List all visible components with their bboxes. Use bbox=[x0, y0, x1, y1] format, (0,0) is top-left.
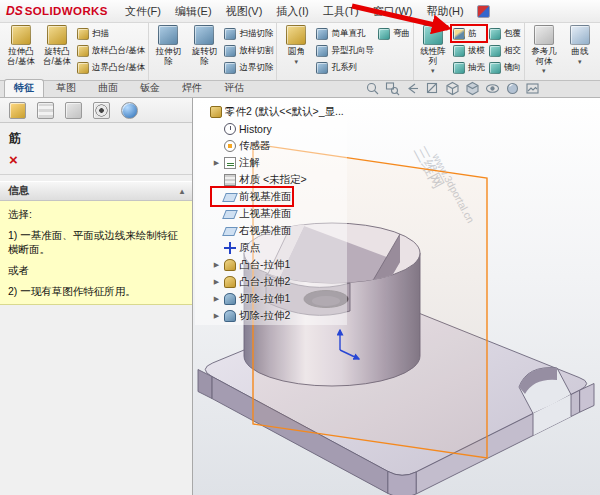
view-orientation-icon[interactable] bbox=[445, 81, 460, 96]
tree-item-1[interactable]: 传感器 bbox=[212, 137, 271, 154]
boundary-cut-label: 边界切除 bbox=[239, 63, 273, 73]
tree-item-label-1: 传感器 bbox=[239, 139, 271, 153]
revolved-cut-button[interactable]: 旋转切 除 bbox=[186, 22, 222, 80]
menu-item-6[interactable]: 帮助(H) bbox=[419, 0, 470, 22]
tree-item-11[interactable]: ▶切除-拉伸2 bbox=[212, 307, 290, 324]
menu-item-0[interactable]: 文件(F) bbox=[118, 0, 168, 22]
boundary-cut-button[interactable]: 边界切除 bbox=[222, 60, 275, 75]
boundary-cut-icon bbox=[224, 62, 236, 74]
tree-item-label-9: 凸台-拉伸2 bbox=[239, 275, 290, 289]
tree-item-label-10: 切除-拉伸1 bbox=[239, 292, 290, 306]
tree-item-3[interactable]: 材质 <未指定> bbox=[212, 171, 307, 188]
configurationmanager-tab-icon[interactable] bbox=[37, 102, 54, 119]
intersect-label: 相交 bbox=[504, 46, 521, 56]
hide-show-items-icon[interactable] bbox=[485, 81, 500, 96]
command-tabs: 特征草图曲面钣金焊件评估 bbox=[0, 79, 254, 97]
propertymanager-tab-icon[interactable] bbox=[9, 102, 26, 119]
hole-series-button[interactable]: 孔系列 bbox=[314, 60, 376, 75]
plane-icon bbox=[222, 193, 238, 202]
ribbon-group-1: 拉伸切 除旋转切 除扫描切除放样切割边界切除 bbox=[148, 22, 276, 80]
apply-scene-icon[interactable] bbox=[525, 81, 540, 96]
tree-item-8[interactable]: ▶凸台-拉伸1 bbox=[212, 256, 290, 273]
section-view-icon[interactable] bbox=[425, 81, 440, 96]
graphics-area[interactable]: 三维网 www.3dportal.cn bbox=[192, 98, 600, 495]
menu-item-4[interactable]: 工具(T) bbox=[316, 0, 366, 22]
tree-item-6[interactable]: 右视基准面 bbox=[212, 222, 292, 239]
tab-0[interactable]: 特征 bbox=[4, 79, 44, 97]
hole-wizard-button[interactable]: 异型孔向导 bbox=[314, 43, 376, 58]
dropdown-caret-icon: ▾ bbox=[578, 59, 582, 65]
swept-boss-base-button[interactable]: 扫描 bbox=[75, 26, 147, 41]
message-line-3: 2) 一现有草图作特征所用。 bbox=[8, 284, 184, 298]
cancel-button[interactable]: × bbox=[9, 151, 18, 168]
rib-button[interactable]: 筋 bbox=[451, 26, 487, 41]
display-style-icon[interactable] bbox=[465, 81, 480, 96]
boundary-boss-base-label: 边界凸台/基体 bbox=[92, 63, 145, 73]
intersect-button[interactable]: 相交 bbox=[487, 43, 523, 58]
appearances-tab-icon[interactable] bbox=[121, 102, 138, 119]
mirror-label: 镜向 bbox=[504, 63, 521, 73]
fillet-button[interactable]: 圆角▾ bbox=[278, 22, 314, 80]
menu-item-2[interactable]: 视图(V) bbox=[219, 0, 270, 22]
shell-button[interactable]: 抽壳 bbox=[451, 60, 487, 75]
tree-item-5[interactable]: 上视基准面 bbox=[212, 205, 292, 222]
draft-button[interactable]: 拔模 bbox=[451, 43, 487, 58]
lofted-cut-label: 放样切割 bbox=[239, 46, 273, 56]
tree-item-label-5: 上视基准面 bbox=[239, 207, 292, 221]
extruded-boss-base-button[interactable]: 拉伸凸 台/基体 bbox=[3, 22, 39, 80]
wrap-icon bbox=[489, 28, 501, 40]
swept-cut-button[interactable]: 扫描切除 bbox=[222, 26, 275, 41]
boundary-boss-base-button[interactable]: 边界凸台/基体 bbox=[75, 60, 147, 75]
message-section-label: 信息 bbox=[8, 184, 29, 198]
ribbon-stack: 筋拔模抽壳 bbox=[451, 22, 487, 80]
lofted-cut-icon bbox=[224, 45, 236, 57]
tab-1[interactable]: 草图 bbox=[46, 79, 86, 97]
zoom-fit-icon[interactable] bbox=[365, 81, 380, 96]
tree-item-9[interactable]: ▶凸台-拉伸2 bbox=[212, 273, 290, 290]
collapse-caret-icon: ▴ bbox=[180, 187, 184, 196]
tab-4[interactable]: 焊件 bbox=[172, 79, 212, 97]
mirror-button[interactable]: 镜向 bbox=[487, 60, 523, 75]
linear-pattern-button[interactable]: 线性阵 列▾ bbox=[415, 22, 451, 80]
flex-icon bbox=[378, 28, 390, 40]
lofted-boss-base-icon bbox=[77, 45, 89, 57]
menu-item-3[interactable]: 插入(I) bbox=[269, 0, 315, 22]
zoom-area-icon[interactable] bbox=[385, 81, 400, 96]
previous-view-icon[interactable] bbox=[405, 81, 420, 96]
simple-hole-button[interactable]: 简单直孔 bbox=[314, 26, 376, 41]
fillet-icon bbox=[286, 25, 306, 45]
tree-item-0[interactable]: History bbox=[212, 120, 272, 137]
tree-item-label-8: 凸台-拉伸1 bbox=[239, 258, 290, 272]
flex-button[interactable]: 弯曲 bbox=[376, 26, 412, 41]
tree-item-7[interactable]: 原点 bbox=[212, 239, 260, 256]
menu-item-5[interactable]: 窗口(W) bbox=[366, 0, 420, 22]
displaymanager-tab-icon[interactable] bbox=[93, 102, 110, 119]
extruded-boss-base-icon bbox=[11, 25, 31, 45]
tab-3[interactable]: 钣金 bbox=[130, 79, 170, 97]
tab-2[interactable]: 曲面 bbox=[88, 79, 128, 97]
tree-item-10[interactable]: ▶切除-拉伸1 bbox=[212, 290, 290, 307]
tab-5[interactable]: 评估 bbox=[214, 79, 254, 97]
heads-up-toolbar bbox=[365, 81, 600, 97]
extruded-cut-button[interactable]: 拉伸切 除 bbox=[150, 22, 186, 80]
swept-boss-base-label: 扫描 bbox=[92, 29, 109, 39]
tree-root-label: 零件2 (默认<<默认>_显... bbox=[225, 105, 344, 119]
revolved-boss-base-button[interactable]: 旋转凸 台/基体 bbox=[39, 22, 75, 80]
tree-root-item[interactable]: 零件2 (默认<<默认>_显... bbox=[198, 103, 344, 120]
ribbon-stack: 扫描放样凸台/基体边界凸台/基体 bbox=[75, 22, 147, 80]
tree-item-4[interactable]: 前视基准面 bbox=[212, 188, 292, 205]
dimxpertmanager-tab-icon[interactable] bbox=[65, 102, 82, 119]
tree-item-label-2: 注解 bbox=[239, 156, 260, 170]
curves-button[interactable]: 曲线▾ bbox=[562, 22, 598, 80]
part-icon bbox=[210, 106, 222, 118]
menu-item-1[interactable]: 编辑(E) bbox=[168, 0, 219, 22]
lofted-boss-base-button[interactable]: 放样凸台/基体 bbox=[75, 43, 147, 58]
edit-appearance-icon[interactable] bbox=[505, 81, 520, 96]
lofted-cut-button[interactable]: 放样切割 bbox=[222, 43, 275, 58]
add-ins-icon[interactable] bbox=[477, 5, 490, 18]
wrap-button[interactable]: 包覆 bbox=[487, 26, 523, 41]
reference-geometry-button[interactable]: 参考几 何体▾ bbox=[526, 22, 562, 80]
property-manager-panel: 筋 × 信息 ▴ 选择:1) 一基准面、平面或边线来绘制特征横断面。或者2) 一… bbox=[0, 98, 193, 495]
message-section-header[interactable]: 信息 ▴ bbox=[0, 181, 192, 201]
tree-item-2[interactable]: ▶注解 bbox=[212, 154, 260, 171]
